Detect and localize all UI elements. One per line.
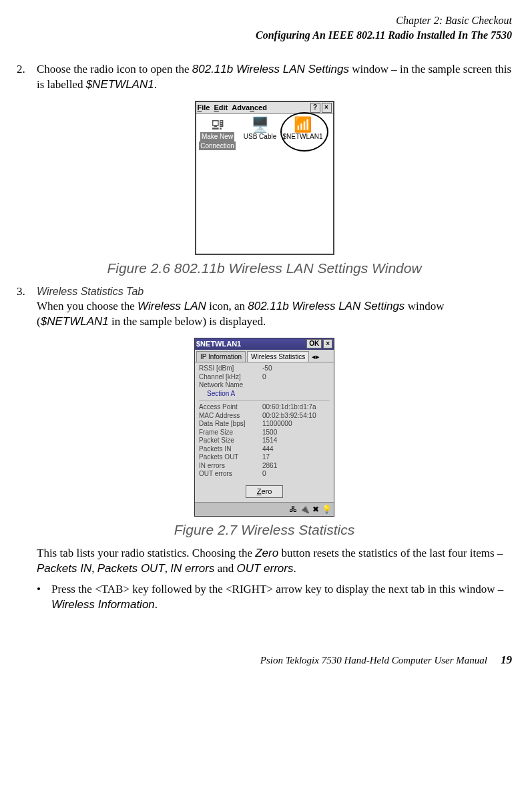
close-button-2[interactable]: × [323, 339, 332, 348]
menu-file[interactable]: File [198, 103, 210, 113]
globe-phone-icon: 🖳 [198, 117, 238, 132]
stats2-row: IN errors2861 [199, 462, 330, 471]
usb-cable[interactable]: 🖥️ USB Cable [240, 117, 280, 142]
step-3-body: Wireless Statistics Tab When you choose … [37, 284, 512, 329]
connections-window-body [196, 154, 333, 254]
stats2-key: MAC Address [199, 412, 262, 421]
post-mid: button resets the statistics of the last… [278, 547, 503, 559]
stats2-value: 00:60:1d:1b:d1:7a [262, 403, 316, 412]
post-c1: , [91, 562, 97, 575]
header-section: Configuring An IEEE 802.11 Radio Install… [17, 28, 512, 43]
network-tray-icon[interactable]: 🖧 [289, 504, 297, 515]
make-new-connection[interactable]: 🖳 Make New Connection [198, 117, 238, 150]
tab-scroll-arrows[interactable]: ◂▸ [310, 352, 321, 362]
page-number: 19 [501, 653, 512, 668]
stats2-row: Access Point00:60:1d:1b:d1:7a [199, 403, 330, 412]
figure-2-7-caption: Figure 2.7 Wireless Statistics [17, 521, 512, 539]
stats2-value: 0 [262, 470, 266, 479]
step-3-text-end: in the sample below) is displayed. [109, 315, 266, 328]
row-network-name: Network Name [199, 381, 330, 390]
stats2-row: MAC Address00:02:b3:92:54:10 [199, 412, 330, 421]
stats2-key: OUT errors [199, 470, 262, 479]
stats2-value: 11000000 [262, 420, 292, 429]
zero-button-wrap: Zero [195, 481, 334, 502]
stats2-row: OUT errors0 [199, 470, 330, 479]
bulb-tray-icon[interactable]: 💡 [322, 504, 332, 515]
step-3-text-mid: icon, an [206, 300, 248, 312]
computers-icon: 🖥️ [240, 117, 280, 132]
step-2-text-pre: Choose the radio icon to open the [37, 63, 192, 75]
help-button[interactable]: ? [310, 103, 320, 113]
stats1-value: -50 [262, 364, 272, 373]
divider [199, 401, 330, 401]
figure-2-7: $NETWLAN1 OK × IP Information Wireless S… [17, 338, 512, 517]
stats2-row: Packets OUT17 [199, 453, 330, 462]
post-zero: Zero [255, 547, 278, 559]
bullet-body: Press the <TAB> key followed by the <RIG… [51, 582, 512, 613]
bullet-pre: Press the <TAB> key followed by the <RIG… [51, 583, 503, 595]
arrow-right-icon: ▸ [316, 352, 320, 360]
step-3-wlan: Wireless LAN [138, 300, 206, 312]
titlebar-title: $NETWLAN1 [196, 339, 241, 349]
stats1-row: RSSI [dBm]-50 [199, 364, 330, 373]
stats2-key: Packets OUT [199, 453, 262, 462]
netwlan1-icon[interactable]: 📶 $NETWLAN1 [283, 117, 323, 142]
titlebar: $NETWLAN1 OK × [195, 338, 334, 350]
stats1-row: Channel [kHz]0 [199, 373, 330, 382]
step-2-text-end: . [154, 78, 157, 91]
make-new-label-1: Make New [200, 132, 234, 142]
section-a: Section A [207, 390, 330, 398]
tabs: IP Information Wireless Statistics ◂▸ [195, 350, 334, 363]
step-2-number: 2. [17, 62, 37, 93]
post-packets-in: Packets IN [37, 562, 91, 575]
post-pre: This tab lists your radio statistics. Ch… [37, 547, 255, 559]
stats-panel: RSSI [dBm]-50Channel [kHz]0 Network Name… [195, 362, 334, 481]
stats2-key: Packets IN [199, 445, 262, 454]
stats2-value: 1514 [262, 437, 277, 445]
post-paragraph: This tab lists your radio statistics. Ch… [17, 546, 512, 577]
close-button[interactable]: × [322, 103, 332, 113]
stats2-key: Data Rate [bps] [199, 420, 262, 429]
step-3-number: 3. [17, 284, 37, 329]
step-3-settings: 802.11b Wireless LAN Settings [248, 300, 405, 312]
stats1-value: 0 [262, 373, 266, 382]
step-3-heading: Wireless Statistics Tab [37, 284, 512, 299]
stats2-row: Frame Size1500 [199, 429, 330, 437]
wireless-stats-window: $NETWLAN1 OK × IP Information Wireless S… [194, 338, 334, 517]
menu-edit[interactable]: Edit [214, 103, 228, 113]
stats1-key: RSSI [dBm] [199, 364, 262, 373]
stats2-key: Frame Size [199, 429, 262, 437]
connection-tray-icon[interactable]: 🔌 [300, 504, 310, 515]
page-footer: Psion Teklogix 7530 Hand-Held Computer U… [17, 653, 512, 668]
stats1-key: Channel [kHz] [199, 373, 262, 382]
step-2: 2. Choose the radio icon to open the 802… [17, 62, 512, 93]
post-packets-out: Packets OUT [97, 562, 165, 575]
label-network-name: Network Name [199, 381, 243, 390]
tab-ip-information[interactable]: IP Information [196, 351, 246, 362]
post-and: and [214, 562, 236, 575]
header-chapter: Chapter 2: Basic Checkout [17, 13, 512, 28]
make-new-label-2: Connection [199, 142, 236, 151]
zero-rest: ero [261, 487, 272, 495]
post-in-errors: IN errors [170, 562, 214, 575]
status-tray-icon[interactable]: ✖ [312, 504, 319, 515]
icon-row: 🖳 Make New Connection 🖥️ USB Cable 📶 $NE… [196, 114, 333, 154]
bullet-dot: • [37, 582, 51, 613]
stats2-row: Packets IN444 [199, 445, 330, 454]
stats2-value: 1500 [262, 429, 277, 437]
post-out-errors: OUT errors [236, 562, 293, 575]
step-2-settings: 802.11b Wireless LAN Settings [192, 63, 349, 75]
zero-button[interactable]: Zero [246, 485, 284, 498]
menu-advanced[interactable]: Advanced [232, 103, 267, 113]
stats2-value: 00:02:b3:92:54:10 [262, 412, 316, 421]
step-2-body: Choose the radio icon to open the 802.11… [37, 62, 512, 93]
step-3-text-pre: When you choose the [37, 300, 138, 312]
stats2-value: 17 [262, 453, 270, 462]
connections-window: File Edit Advanced ? × 🖳 Make New Connec… [195, 101, 334, 255]
stats2-key: IN errors [199, 462, 262, 471]
bullet-1: • Press the <TAB> key followed by the <R… [37, 582, 512, 613]
tab-wireless-statistics[interactable]: Wireless Statistics [247, 351, 309, 362]
footer-text: Psion Teklogix 7530 Hand-Held Computer U… [260, 653, 487, 667]
ok-button[interactable]: OK [306, 339, 322, 348]
stats2-row: Data Rate [bps]11000000 [199, 420, 330, 429]
